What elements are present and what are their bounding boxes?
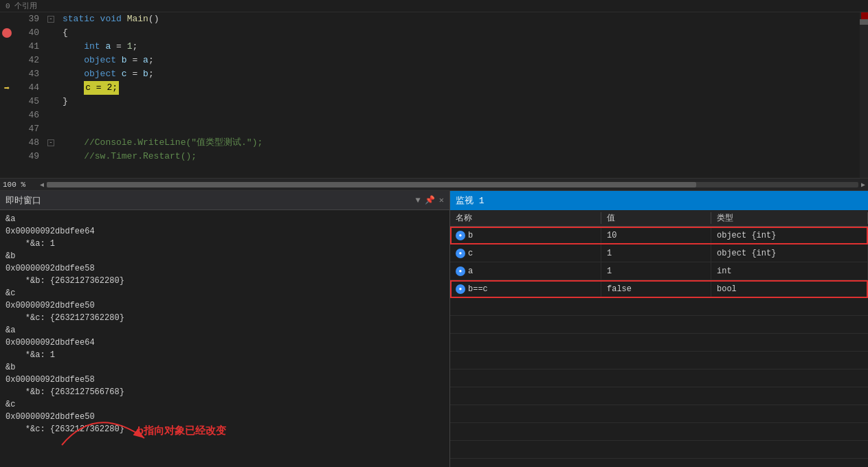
watch-row-empty-2[interactable] xyxy=(450,316,868,334)
editor-scrollbar[interactable] xyxy=(860,12,868,178)
editor-bottom-scrollbar[interactable]: 100 % ◀ ▶ xyxy=(0,178,868,190)
line-num-48: 48 xyxy=(19,136,39,150)
col-header-name: 名称 xyxy=(450,212,601,224)
watch-row-empty-6[interactable] xyxy=(450,387,868,405)
eq-41: = xyxy=(111,40,126,54)
watch-row-empty-5[interactable] xyxy=(450,369,868,387)
watch-cell-name-c: c xyxy=(450,244,601,262)
kw-int: int xyxy=(84,40,100,54)
margin-40 xyxy=(0,26,14,40)
semi-42: ; xyxy=(148,54,154,67)
watch-value-b: 10 xyxy=(607,231,616,240)
watch-row-b[interactable]: b 10 object {int} xyxy=(450,227,868,244)
watch-cell-type-bequc: bool xyxy=(711,280,868,297)
scroll-track[interactable] xyxy=(47,182,858,187)
arrow-indicator: ➡ xyxy=(4,82,10,94)
watch-row-empty-1[interactable] xyxy=(450,298,868,316)
watch-type-b: object {int} xyxy=(717,231,776,240)
line-num-49: 49 xyxy=(19,150,39,163)
watch-row-bequc[interactable]: b==c false bool xyxy=(450,280,868,298)
watch-cell-name-b: b xyxy=(450,227,601,244)
code-line-44: c = 2; xyxy=(63,81,860,95)
ref-count-text: 0 个引用 xyxy=(5,1,37,11)
line-num-40: 40 xyxy=(19,26,39,40)
watch-row-empty-4[interactable] xyxy=(450,352,868,369)
code-line-43: object c = b; xyxy=(63,67,860,81)
code-lines[interactable]: static void Main() { int a = 1; object b… xyxy=(57,12,860,178)
code-line-48: //Console.WriteLine("值类型测试."); xyxy=(63,136,860,150)
watch-row-empty-9[interactable] xyxy=(450,441,868,459)
watch-value-a: 1 xyxy=(607,266,612,276)
scroll-right-arrow[interactable]: ▶ xyxy=(861,181,865,189)
watch-row-c[interactable]: c 1 object {int} xyxy=(450,244,868,262)
immediate-panel-header: 即时窗口 ▼ 📌 ✕ xyxy=(0,191,449,210)
collapse-42 xyxy=(45,54,57,67)
watch-name-a: a xyxy=(468,266,473,276)
watch-cell-value-c: 1 xyxy=(601,244,711,262)
collapse-48[interactable]: - xyxy=(45,136,57,150)
line-num-42: 42 xyxy=(19,54,39,67)
num-1-41: 1 xyxy=(127,40,133,54)
code-line-41: int a = 1; xyxy=(63,40,860,54)
line-num-45: 45 xyxy=(19,95,39,109)
watch-value-c: 1 xyxy=(607,249,612,258)
editor-scroll-thumb xyxy=(860,19,868,25)
watch-window[interactable]: 监视 1 名称 值 类型 b 10 xyxy=(450,191,868,467)
code-editor[interactable]: ➡ 39 40 41 42 43 44 45 46 47 48 49 xyxy=(0,12,868,191)
code-line-47 xyxy=(63,122,860,136)
code-content: ➡ 39 40 41 42 43 44 45 46 47 48 49 xyxy=(0,12,868,178)
code-line-49: //sw.Timer.Restart(); xyxy=(63,150,860,163)
line-num-47: 47 xyxy=(19,122,39,136)
watch-icon-bequc xyxy=(456,284,465,294)
close-icon[interactable]: ✕ xyxy=(439,195,444,205)
collapse-39[interactable]: - xyxy=(45,12,57,26)
margin-39 xyxy=(0,12,14,26)
watch-cell-name-a: a xyxy=(450,262,601,280)
collapse-43 xyxy=(45,67,57,81)
margin-42 xyxy=(0,54,14,67)
watch-row-a[interactable]: a 1 int xyxy=(450,262,868,280)
watch-row-empty-3[interactable] xyxy=(450,334,868,352)
watch-cell-value-bequc: false xyxy=(601,280,711,297)
var-b-43: b xyxy=(143,67,148,81)
kw-void: void xyxy=(100,12,127,26)
watch-row-empty-8[interactable] xyxy=(450,423,868,441)
watch-cell-type-b: object {int} xyxy=(711,227,868,244)
collapse-46 xyxy=(45,109,57,122)
watch-cell-value-a: 1 xyxy=(601,262,711,280)
var-a: a xyxy=(105,40,111,54)
watch-icon-c xyxy=(456,249,465,258)
pin-dropdown-icon[interactable]: ▼ xyxy=(416,196,421,205)
scroll-left-arrow[interactable]: ◀ xyxy=(40,181,44,189)
line-num-46: 46 xyxy=(19,109,39,122)
editor-outer: 0 个引用 ➡ xyxy=(0,0,868,467)
watch-name-c: c xyxy=(468,249,473,258)
code-line-39: static void Main() xyxy=(63,12,860,26)
immediate-title: 即时窗口 xyxy=(5,194,41,207)
collapse-icon-48[interactable]: - xyxy=(47,139,54,146)
comment-48: //Console.WriteLine("值类型测试."); xyxy=(63,136,263,150)
space-42 xyxy=(116,54,122,67)
watch-header: 监视 1 xyxy=(450,191,868,210)
watch-table[interactable]: 名称 值 类型 b 10 object {int} xyxy=(450,210,868,467)
collapse-49 xyxy=(45,150,57,163)
annotation-text: b指向对象已经改变 xyxy=(137,426,226,438)
watch-row-empty-10[interactable] xyxy=(450,459,868,467)
code-line-42: object b = a; xyxy=(63,54,860,67)
method-parens: () xyxy=(148,12,159,26)
indent-43 xyxy=(63,67,84,81)
pin-icon[interactable]: 📌 xyxy=(425,195,435,205)
indent-42 xyxy=(63,54,84,67)
watch-type-c: object {int} xyxy=(717,249,776,258)
collapse-margin: - - xyxy=(45,12,57,178)
collapse-icon-39[interactable]: - xyxy=(47,16,54,23)
immediate-content[interactable]: &a 0x00000092dbdfee64 *&a: 1 &b 0x000000… xyxy=(0,210,449,467)
scroll-thumb xyxy=(47,182,696,187)
watch-name-b: b xyxy=(468,231,473,240)
line-num-41: 41 xyxy=(19,40,39,54)
code-line-45: } xyxy=(63,95,860,109)
watch-row-empty-7[interactable] xyxy=(450,405,868,423)
immediate-window[interactable]: 即时窗口 ▼ 📌 ✕ &a 0x00000092dbdfee64 *&a: 1 … xyxy=(0,191,450,467)
watch-type-bequc: bool xyxy=(717,284,737,294)
margin-41 xyxy=(0,40,14,54)
